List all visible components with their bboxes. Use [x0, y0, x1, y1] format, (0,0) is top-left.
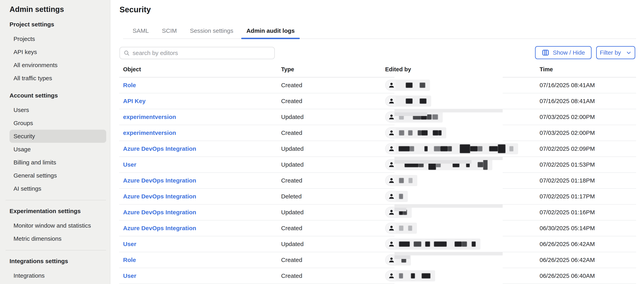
- type-cell: Updated: [281, 157, 380, 172]
- person-icon: [388, 209, 395, 216]
- person-icon: [388, 225, 395, 232]
- redaction-block: [432, 114, 438, 120]
- time-cell: 06/30/2025 05:14PM: [540, 220, 635, 236]
- redaction-block: [425, 242, 430, 247]
- sidebar-item-usage[interactable]: Usage: [10, 143, 106, 156]
- sidebar-item-security[interactable]: Security: [10, 130, 106, 143]
- redacted-editor-name: [396, 127, 446, 138]
- person-icon: [388, 241, 395, 248]
- sidebar-item-billing-and-limits[interactable]: Billing and limits: [10, 156, 106, 169]
- object-link[interactable]: Azure DevOps Integration: [123, 209, 196, 216]
- sidebar-item-users[interactable]: Users: [10, 104, 106, 116]
- tab-saml[interactable]: SAML: [128, 23, 154, 39]
- time-text: 07/02/2025 01:53PM: [540, 161, 595, 168]
- sidebar-item-api-keys[interactable]: API keys: [10, 46, 106, 58]
- tab-scim[interactable]: SCIM: [157, 23, 182, 39]
- type-cell: Created: [281, 268, 380, 284]
- object-cell: Role: [123, 78, 278, 93]
- redaction-block: [418, 130, 421, 136]
- person-icon: [388, 193, 395, 200]
- sidebar-item-projects[interactable]: Projects: [10, 32, 106, 46]
- audit-log-table: ObjectTypeEdited byTime RoleCreated07/16…: [119, 62, 636, 284]
- object-link[interactable]: User: [123, 241, 136, 248]
- time-text: 07/16/2025 08:41AM: [540, 98, 595, 104]
- editor-avatar: [385, 112, 396, 122]
- person-icon: [388, 177, 395, 184]
- tab-session-settings[interactable]: Session settings: [185, 23, 238, 39]
- redaction-block: [414, 242, 421, 247]
- person-icon: [388, 82, 395, 88]
- sidebar-item-ai-settings[interactable]: AI settings: [10, 182, 106, 195]
- object-link[interactable]: experimentversion: [123, 114, 176, 120]
- time-text: 06/30/2025 05:14PM: [540, 225, 595, 232]
- object-link[interactable]: Azure DevOps Integration: [123, 193, 196, 200]
- redacted-editor-name: [396, 270, 435, 282]
- column-header-label: Type: [281, 66, 294, 73]
- type-text: Updated: [281, 114, 304, 120]
- type-cell: Updated: [281, 109, 380, 125]
- redaction-bar-short: [394, 160, 472, 164]
- tab-admin-audit-logs[interactable]: Admin audit logs: [241, 23, 300, 39]
- object-cell: Azure DevOps Integration: [123, 189, 278, 204]
- sidebar-group-items: Monitor window and statisticsMetric dime…: [0, 219, 110, 245]
- time-text: 06/26/2025 06:42AM: [540, 241, 595, 248]
- time-text: 07/03/2025 02:00PM: [540, 130, 595, 136]
- show-hide-button[interactable]: Show / Hide: [535, 46, 592, 59]
- redaction-block: [498, 144, 506, 153]
- sidebar-item-monitor-window-and-statistics[interactable]: Monitor window and statistics: [10, 219, 106, 232]
- object-link[interactable]: Role: [123, 256, 136, 263]
- time-cell: 07/02/2025 01:17PM: [540, 189, 635, 204]
- chevron-down-icon: [626, 50, 632, 56]
- table-header-row: ObjectTypeEdited byTime: [119, 62, 636, 78]
- object-cell: Azure DevOps Integration: [123, 204, 278, 220]
- table-row: experimentversionCreated07/03/2025 02:00…: [119, 125, 636, 141]
- object-link[interactable]: User: [123, 161, 136, 168]
- page-title: Security: [120, 5, 151, 14]
- type-text: Created: [281, 82, 302, 88]
- filter-by-button[interactable]: Filter by: [596, 46, 635, 59]
- column-header-object: Object: [123, 62, 278, 77]
- redaction-block: [454, 242, 462, 247]
- editor-chip: [385, 80, 430, 91]
- redaction-block: [438, 130, 442, 136]
- object-cell: User: [123, 157, 278, 172]
- object-link[interactable]: Azure DevOps Integration: [123, 177, 196, 184]
- table-row: RoleCreated06/26/2025 06:42AM: [119, 252, 636, 268]
- table-row: Azure DevOps IntegrationUpdated07/02/202…: [119, 204, 636, 220]
- time-cell: 07/16/2025 08:41AM: [540, 78, 635, 93]
- redaction-block: [434, 146, 440, 151]
- edited-by-cell: [385, 93, 536, 109]
- table-row: Azure DevOps IntegrationCreated06/30/202…: [119, 220, 636, 236]
- time-text: 07/16/2025 08:41AM: [540, 82, 595, 88]
- time-cell: 07/02/2025 02:09PM: [540, 141, 635, 156]
- sidebar-item-groups[interactable]: Groups: [10, 116, 106, 130]
- column-header-time: Time: [540, 62, 635, 77]
- object-cell: experimentversion: [123, 125, 278, 140]
- object-link[interactable]: User: [123, 272, 136, 279]
- editor-avatar: [385, 207, 396, 218]
- sidebar-item-general-settings[interactable]: General settings: [10, 169, 106, 182]
- type-cell: Updated: [281, 141, 380, 156]
- type-cell: Created: [281, 93, 380, 109]
- redaction-bar-long: [394, 204, 503, 208]
- time-cell: 06/26/2025 06:42AM: [540, 236, 635, 252]
- editor-chip: [385, 175, 417, 186]
- object-link[interactable]: API Key: [123, 98, 146, 104]
- sidebar-section-account-settings: Account settings: [10, 92, 100, 100]
- sidebar-item-integrations[interactable]: Integrations: [10, 269, 106, 282]
- object-link[interactable]: Role: [123, 82, 136, 88]
- edited-by-cell: [385, 173, 536, 188]
- type-text: Created: [281, 272, 302, 279]
- person-icon: [388, 272, 395, 279]
- sidebar-divider: [6, 250, 106, 250]
- sidebar-item-all-environments[interactable]: All environments: [10, 58, 106, 72]
- search-input[interactable]: [132, 50, 271, 56]
- sidebar-group-items: ProjectsAPI keysAll environmentsAll traf…: [0, 32, 110, 85]
- object-link[interactable]: Azure DevOps Integration: [123, 225, 196, 232]
- sidebar-item-metric-dimensions[interactable]: Metric dimensions: [10, 232, 106, 245]
- redaction-block: [470, 146, 478, 151]
- object-link[interactable]: Azure DevOps Integration: [123, 146, 196, 152]
- sidebar-item-all-traffic-types[interactable]: All traffic types: [10, 72, 106, 85]
- editor-chip: [385, 238, 480, 250]
- object-link[interactable]: experimentversion: [123, 130, 176, 136]
